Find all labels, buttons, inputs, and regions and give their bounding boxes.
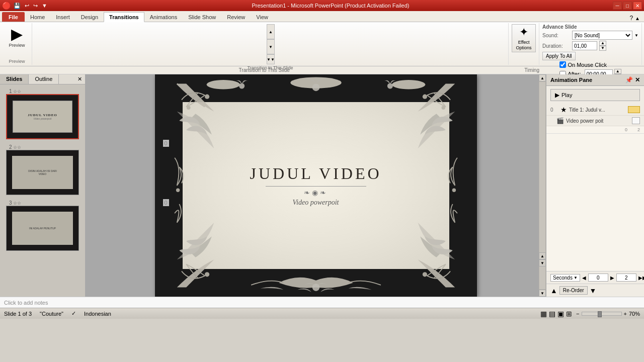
close-button[interactable]: ✕ [633, 2, 642, 10]
animation-item-0[interactable]: 0 ★ Title 1: Judul v... [546, 104, 644, 116]
preview-group-label: Preview [9, 58, 25, 64]
animation-timeline: 0 2 [546, 126, 644, 271]
slide-info: Slide 1 of 3 [4, 311, 32, 317]
outline-tab[interactable]: Outline [29, 74, 59, 84]
titlebar-controls: ─ □ ✕ [613, 2, 642, 10]
notes-placeholder[interactable]: Click to add notes [4, 300, 48, 306]
after-up-arrow[interactable]: ▲ [614, 69, 621, 74]
reorder-arrow-down[interactable]: ▼ [590, 287, 597, 295]
minimize-ribbon-icon[interactable]: ▲ [635, 16, 640, 21]
minimize-button[interactable]: ─ [613, 2, 622, 10]
zoom-out-button[interactable]: − [576, 311, 579, 317]
timing-panel: Sound: [No Sound] ▼ Duration: ▲ ▼ Apply … [542, 31, 638, 60]
play-icon: ▶ [555, 92, 559, 99]
anim-item-video-label: Video power poit [566, 118, 630, 124]
theme-name: "Couture" [40, 311, 63, 317]
play-label: Play [561, 92, 572, 98]
zoom-slider[interactable] [582, 312, 622, 316]
anim-item-0-num: 0 [550, 107, 558, 113]
tab-view[interactable]: View [251, 12, 274, 22]
quick-menu[interactable]: ▼ [41, 3, 48, 9]
apply-all-button[interactable]: Apply To All [542, 52, 576, 60]
ribbon-group-preview: ▶ Preview Preview [2, 23, 32, 65]
seconds-dropdown[interactable]: Seconds ▼ [550, 274, 580, 282]
view-slideshow-icon[interactable]: ⊞ [566, 310, 572, 318]
transition-scroll-more[interactable]: ▼▼ [267, 54, 275, 64]
scroll-up-button[interactable]: ▲ [539, 74, 546, 81]
zoom-in-button[interactable]: + [624, 311, 627, 317]
anim-item-0-badge [628, 106, 640, 113]
ribbon-group-timing: Advance Slide Sound: [No Sound] ▼ Durati… [539, 23, 642, 65]
panel-close-button[interactable]: ✕ [74, 74, 85, 84]
ribbon-group-transitions: None Cut Fade Push [32, 23, 509, 65]
ribbon: ▶ Preview Preview None Cut Fade [0, 22, 644, 66]
scroll-arrow-down2[interactable]: ▼ [539, 259, 546, 266]
zoom-level: 70% [629, 311, 640, 317]
preview-content: ▶ Preview [6, 24, 27, 58]
anim-bottom-row: Seconds ▼ ◀ ▶ ▶▶ [546, 271, 644, 284]
help-icon[interactable]: ? [629, 15, 633, 22]
slides-tab[interactable]: Slides [0, 74, 29, 84]
scroll-down-button[interactable]: ▼ [539, 290, 546, 297]
tab-transitions[interactable]: Transitions [104, 12, 144, 22]
transition-scroll-down[interactable]: ▼ [267, 39, 275, 54]
tab-review[interactable]: Review [221, 12, 251, 22]
slide-thumb-1[interactable]: 1 ☆☆ JUDUL VIDEO Video powerpoit [6, 87, 79, 139]
slide-panel-tabs: Slides Outline ✕ [0, 74, 85, 84]
scroll-arrow-up2[interactable]: ▲ [539, 252, 546, 259]
on-mouse-click-row: On Mouse Click [559, 61, 621, 68]
tab-animations[interactable]: Animations [144, 12, 183, 22]
seconds-input-start[interactable] [588, 274, 608, 282]
reorder-button[interactable]: Re-Order [559, 286, 588, 295]
play-button[interactable]: ▶ Play [550, 89, 640, 101]
anim-item-video-badge [632, 117, 640, 124]
quick-undo[interactable]: ↩ [24, 3, 30, 9]
preview-button[interactable]: ▶ Preview [6, 24, 27, 50]
anim-item-0-label: Title 1: Judul v... [569, 107, 626, 113]
view-reading-icon[interactable]: ▣ [557, 310, 564, 318]
quick-redo[interactable]: ↪ [32, 3, 39, 9]
anim-pane-controls: 📌 ✕ [625, 76, 640, 83]
on-mouse-click-checkbox[interactable] [559, 61, 566, 68]
anim-pane-close-icon[interactable]: ✕ [635, 76, 640, 83]
slide-title[interactable]: JUDUL VIDEO [250, 164, 381, 183]
animation-pane: Animation Pane 📌 ✕ ▶ Play 0 ★ Title 1: J… [546, 74, 644, 297]
tab-insert[interactable]: Insert [50, 12, 75, 22]
sound-select[interactable]: [No Sound] [572, 31, 632, 40]
duration-down-arrow[interactable]: ▼ [599, 46, 606, 51]
quick-save[interactable]: 💾 [13, 3, 22, 9]
slide-thumb-2[interactable]: 2 ☆☆ DISINI ADALAH ISI DARIVIDEO [6, 143, 79, 195]
tab-design[interactable]: Design [75, 12, 104, 22]
preview-icon: ▶ [9, 26, 25, 42]
view-normal-icon[interactable]: ▦ [540, 310, 547, 318]
tab-home[interactable]: Home [25, 12, 50, 22]
notes-bar[interactable]: Click to add notes [0, 297, 644, 308]
maximize-button[interactable]: □ [623, 2, 632, 10]
animation-pane-header: Animation Pane 📌 ✕ [546, 74, 644, 86]
anim-pane-pin-icon[interactable]: 📌 [625, 76, 633, 83]
titlebar-left: 🔴 💾 ↩ ↪ ▼ [2, 2, 48, 10]
on-mouse-click-label: On Mouse Click [568, 62, 607, 68]
apply-all-row: Apply To All [542, 52, 638, 60]
transition-scroll-up[interactable]: ▲ [267, 24, 275, 39]
titlebar: 🔴 💾 ↩ ↪ ▼ Presentation1 - Microsoft Powe… [0, 0, 644, 11]
seconds-input-end[interactable] [616, 274, 636, 282]
slide-subtitle[interactable]: Video powerpoit [250, 199, 381, 207]
duration-up-arrow[interactable]: ▲ [599, 41, 606, 46]
main-area: Slides Outline ✕ 1 ☆☆ JUDUL VIDEO Video … [0, 74, 644, 297]
tab-slideshow[interactable]: Slide Show [183, 12, 221, 22]
duration-row: Duration: ▲ ▼ [542, 41, 638, 51]
main-slide-canvas[interactable]: JUDUL VIDEO ❧◉❧ Video powerpoit 0 0 [155, 74, 477, 297]
sound-row: Sound: [No Sound] ▼ [542, 31, 638, 40]
reorder-area: ▲ Re-Order ▼ [546, 284, 644, 297]
view-slide-sorter-icon[interactable]: ▤ [549, 310, 555, 318]
tab-file[interactable]: File [2, 12, 25, 22]
duration-input[interactable] [572, 41, 597, 50]
reorder-arrow-up[interactable]: ▲ [550, 287, 557, 295]
animation-item-video[interactable]: 🎬 Video power poit [546, 116, 644, 126]
effect-options-button[interactable]: ✦ EffectOptions [512, 24, 536, 52]
slide-thumb-3[interactable]: 3 ☆☆ INI ADALAH PENUTUP [6, 199, 79, 251]
seconds-dropdown-arrow: ▼ [574, 276, 578, 280]
zoom-thumb[interactable] [598, 311, 602, 317]
status-right: ▦ ▤ ▣ ⊞ − + 70% [540, 310, 640, 318]
